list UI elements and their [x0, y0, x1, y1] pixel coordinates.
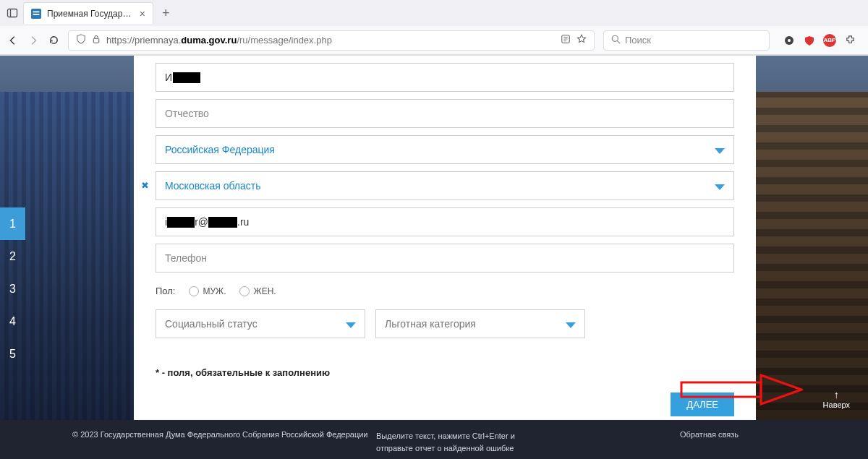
shield-icon[interactable] — [76, 34, 86, 46]
reader-mode-icon[interactable] — [561, 34, 571, 46]
forward-icon[interactable] — [27, 35, 39, 46]
step-1[interactable]: 1 — [0, 207, 25, 240]
abp-icon[interactable]: ABP — [823, 34, 836, 47]
back-to-top[interactable]: ↑ Наверх — [823, 389, 850, 409]
svg-marker-14 — [715, 148, 725, 154]
svg-point-13 — [788, 39, 791, 42]
tab-close-icon[interactable]: × — [140, 8, 145, 20]
gender-female-radio[interactable]: ЖЕН. — [239, 286, 276, 296]
svg-marker-17 — [566, 322, 576, 328]
gender-row: Пол: МУЖ. ЖЕН. — [156, 286, 734, 296]
search-icon — [611, 35, 621, 46]
country-value: Российская Федерация — [165, 144, 275, 155]
browser-chrome: Приемная Государственной Д × + https://p… — [0, 0, 868, 56]
browser-tab[interactable]: Приемная Государственной Д × — [23, 2, 153, 24]
social-status-select[interactable]: Социальный статус — [156, 309, 365, 338]
phone-field[interactable]: Телефон — [156, 244, 734, 273]
page-body: 1 2 3 4 5 И Отчество Российская Федераци… — [0, 56, 868, 459]
nav-bar: https://priemnaya.duma.gov.ru/ru/message… — [0, 26, 868, 55]
gender-label: Пол: — [156, 286, 176, 296]
mcafee-icon[interactable] — [803, 34, 816, 47]
tab-favicon-icon — [31, 9, 41, 19]
step-3[interactable]: 3 — [0, 273, 25, 305]
step-5[interactable]: 5 — [0, 338, 25, 370]
page-footer: © 2023 Государственная Дума Федерального… — [0, 420, 868, 459]
chevron-down-icon — [346, 320, 356, 332]
radio-circle-icon — [189, 286, 199, 296]
footer-feedback-link[interactable]: Обратная связь — [680, 430, 796, 439]
extra-selects-row: Социальный статус Льготная категория — [156, 309, 734, 338]
phone-placeholder: Телефон — [165, 252, 207, 264]
chevron-down-icon — [715, 182, 725, 194]
back-icon[interactable] — [7, 35, 19, 46]
search-bar[interactable]: Поиск — [603, 30, 770, 51]
reload-icon[interactable] — [48, 35, 59, 46]
svg-rect-4 — [33, 14, 40, 15]
tab-title: Приемная Государственной Д — [47, 9, 134, 19]
region-value: Московская область — [165, 180, 260, 192]
email-field[interactable]: ir@.ru — [156, 207, 734, 236]
name-field[interactable]: И — [156, 63, 734, 92]
benefit-category-select[interactable]: Льготная категория — [375, 309, 585, 338]
button-row: ДАЛЕЕ — [156, 392, 734, 416]
required-note: * - поля, обязательные к заполнению — [156, 367, 734, 378]
lock-icon[interactable] — [92, 34, 101, 46]
clear-region-icon[interactable]: ✖ — [141, 180, 149, 191]
step-2[interactable]: 2 — [0, 240, 25, 273]
svg-marker-16 — [346, 322, 356, 328]
footer-copyright: © 2023 Государственная Дума Федерального… — [72, 430, 376, 439]
patronymic-field[interactable]: Отчество — [156, 99, 734, 128]
svg-rect-0 — [8, 9, 17, 17]
next-button[interactable]: ДАЛЕЕ — [671, 392, 734, 416]
chevron-down-icon — [715, 146, 725, 158]
tab-bar: Приемная Государственной Д × + — [0, 0, 868, 26]
svg-point-10 — [612, 35, 618, 41]
region-select[interactable]: Московская область — [156, 171, 734, 200]
step-indicator: 1 2 3 4 5 — [0, 207, 25, 370]
back-to-top-label: Наверх — [823, 400, 850, 409]
radio-circle-icon — [239, 286, 250, 296]
toolbar-right: ABP — [778, 34, 861, 47]
social-status-placeholder: Социальный статус — [165, 318, 258, 330]
chevron-down-icon — [566, 320, 576, 332]
benefit-category-placeholder: Льготная категория — [385, 318, 476, 330]
arrow-up-icon: ↑ — [823, 389, 850, 400]
form-panel: И Отчество Российская Федерация ✖ Москов… — [134, 56, 756, 421]
new-tab-button[interactable]: + — [158, 6, 174, 21]
extensions-icon[interactable] — [843, 34, 856, 47]
svg-rect-3 — [33, 11, 40, 12]
gender-male-radio[interactable]: МУЖ. — [189, 286, 226, 296]
extension-dot-icon[interactable] — [783, 34, 796, 47]
step-4[interactable]: 4 — [0, 305, 25, 338]
name-value: И — [165, 72, 200, 84]
url-text: https://priemnaya.duma.gov.ru/ru/message… — [106, 35, 332, 46]
svg-line-11 — [618, 40, 621, 43]
url-bar[interactable]: https://priemnaya.duma.gov.ru/ru/message… — [68, 30, 595, 51]
region-wrap: ✖ Московская область — [156, 171, 734, 200]
search-placeholder: Поиск — [625, 35, 651, 46]
footer-hint: Выделите текст, нажмите Ctrl+Enter и отп… — [376, 430, 680, 454]
svg-marker-15 — [715, 184, 725, 190]
patronymic-placeholder: Отчество — [165, 108, 209, 119]
country-select[interactable]: Российская Федерация — [156, 135, 734, 164]
email-value: ir@.ru — [165, 216, 249, 228]
sidebar-toggle-icon[interactable] — [6, 7, 19, 20]
svg-rect-5 — [93, 38, 99, 43]
bookmark-star-icon[interactable] — [576, 34, 587, 46]
